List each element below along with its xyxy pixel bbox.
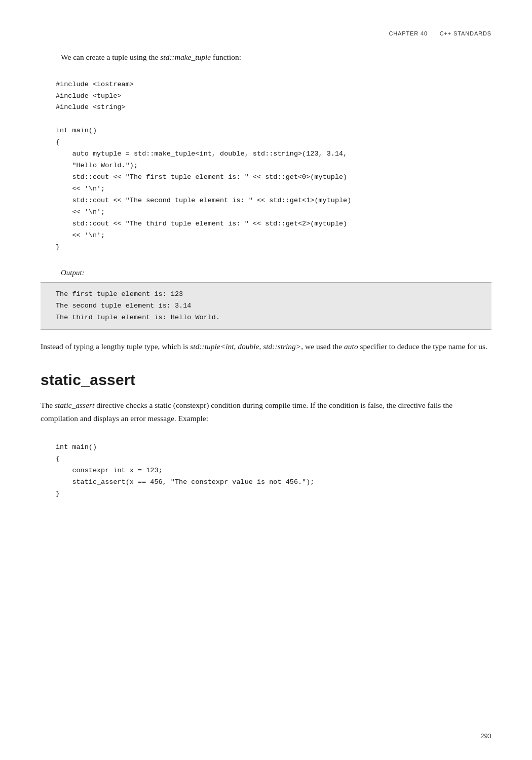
output-label: Output: <box>41 269 491 277</box>
section-heading: static_assert <box>41 371 491 389</box>
page: CHAPTER 40 C++ STANDARDS We can create a… <box>0 0 532 760</box>
code-block-1: #include <iostream> #include <tuple> #in… <box>41 74 491 258</box>
body-text-1-after: , we used the <box>301 342 344 351</box>
section-desc-before: The <box>41 401 55 409</box>
chapter-header: CHAPTER 40 C++ STANDARDS <box>41 30 491 36</box>
section-description: The static_assert directive checks a sta… <box>41 399 491 425</box>
page-number: 293 <box>480 732 491 740</box>
body-text-1-before: Instead of typing a lengthy tuple type, … <box>41 342 190 351</box>
intro-paragraph: We can create a tuple using the std::mak… <box>41 51 491 64</box>
chapter-title: C++ STANDARDS <box>440 30 491 36</box>
body-text-1-italic2: auto <box>344 342 358 351</box>
body-text-1-after2: specifier to deduce the type name for us… <box>358 342 487 351</box>
code-block-2: int main() { constexpr int x = 123; stat… <box>41 437 491 505</box>
section-desc-after: directive checks a static (constexpr) co… <box>41 401 452 423</box>
intro-function: std::make_tuple <box>160 53 211 61</box>
section-desc-italic: static_assert <box>55 401 94 409</box>
body-text-1-italic: std::tuple<int, double, std::string> <box>190 342 301 351</box>
body-text-1: Instead of typing a lengthy tuple type, … <box>41 340 491 353</box>
intro-text-before: We can create a tuple using the <box>61 53 160 61</box>
output-block: The first tuple element is: 123 The seco… <box>41 282 491 330</box>
intro-text-after: function: <box>211 53 241 61</box>
chapter-number: CHAPTER 40 <box>389 30 428 36</box>
